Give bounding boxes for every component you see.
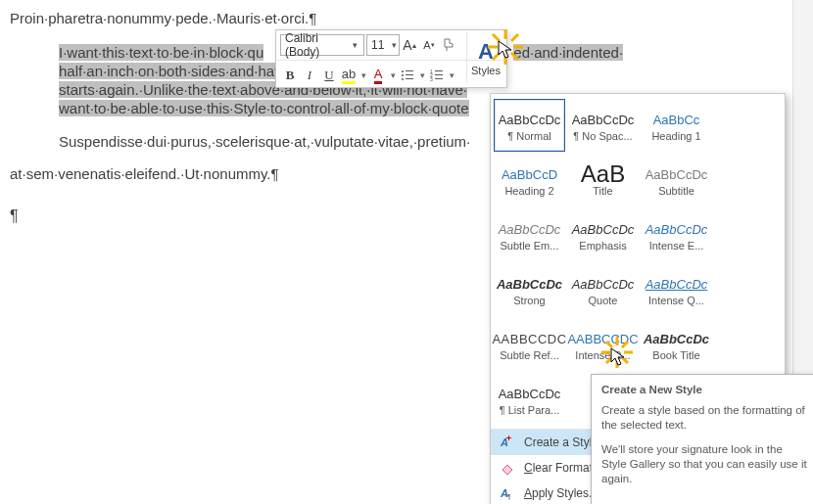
style-preview: AaBbCcDc: [499, 383, 561, 404]
style-preview: AABBCCDC: [567, 328, 638, 349]
format-painter-icon[interactable]: [439, 35, 458, 55]
style-preview: AaB: [581, 163, 625, 185]
font-color-button[interactable]: A: [368, 66, 388, 85]
style-preview: AaBbCc: [653, 109, 700, 130]
style-preview: AaBbCcD: [502, 163, 557, 185]
style-label: Intense E...: [649, 240, 704, 252]
style-label: Book Title: [652, 349, 699, 361]
svg-rect-22: [506, 437, 511, 438]
style-preview: AaBbCcDc: [499, 109, 561, 130]
highlight-button[interactable]: ab: [339, 66, 359, 85]
chevron-down-icon[interactable]: ▾: [447, 66, 456, 85]
svg-rect-3: [406, 74, 413, 75]
style-item[interactable]: AaBTitle: [567, 154, 639, 206]
italic-button[interactable]: I: [300, 66, 319, 85]
svg-point-2: [402, 74, 404, 76]
chevron-down-icon[interactable]: ▾: [348, 40, 363, 50]
underline-button[interactable]: U: [319, 66, 339, 85]
shrink-font-icon[interactable]: A▾: [419, 35, 439, 55]
tooltip-text: Create a style based on the formatting o…: [601, 403, 809, 433]
chevron-down-icon[interactable]: ▾: [417, 66, 427, 85]
style-label: Emphasis: [579, 240, 626, 252]
style-preview: AaBbCcDc: [646, 273, 708, 295]
style-item[interactable]: AaBbCcDcSubtitle: [641, 154, 712, 206]
style-item[interactable]: AaBbCcDcBook Title: [641, 318, 712, 371]
style-label: Subtitle: [658, 185, 694, 197]
style-preview: AaBbCcDc: [646, 163, 708, 185]
style-label: Subtle Ref...: [500, 349, 559, 361]
style-label: Subtle Em...: [501, 240, 559, 252]
tooltip-title: Create a New Style: [601, 383, 809, 397]
style-preview: AaBbCcDc: [646, 218, 708, 240]
styles-icon: A: [478, 39, 494, 65]
style-item[interactable]: AABBCCDCSubtle Ref...: [494, 318, 565, 371]
style-item[interactable]: AaBbCcHeading 1: [641, 99, 712, 152]
mini-toolbar: Calibri (Body)▾ 11▾ A▴ A▾ B I U ab ▾ A ▾…: [275, 29, 507, 88]
bullets-button[interactable]: [398, 66, 417, 85]
svg-rect-11: [435, 78, 443, 79]
grow-font-icon[interactable]: A▴: [400, 35, 419, 55]
style-item[interactable]: AaBbCcDHeading 2: [494, 154, 565, 206]
style-preview: AaBbCcDc: [572, 218, 635, 240]
style-preview: AaBbCcDc: [499, 218, 561, 240]
bold-button[interactable]: B: [280, 66, 300, 85]
style-label: Heading 1: [651, 130, 700, 142]
create-style-icon: A: [501, 435, 518, 449]
style-preview: AaBbCcDc: [644, 328, 709, 349]
font-size-combo[interactable]: 11▾: [366, 34, 400, 56]
page: Proin·pharetra·nonummy·pede.·Mauris·et·o…: [0, 0, 813, 504]
svg-point-4: [402, 78, 404, 80]
style-label: ¶ No Spac...: [573, 130, 632, 142]
style-item[interactable]: AaBbCcDcIntense E...: [641, 208, 712, 261]
svg-rect-9: [435, 74, 443, 75]
style-label: Intense Q...: [648, 295, 704, 306]
tooltip-text: We'll store your signature look in the S…: [601, 442, 809, 486]
apply-styles-icon: A¶: [501, 486, 518, 500]
svg-point-0: [402, 70, 404, 72]
style-label: Intense R...: [575, 349, 630, 361]
chevron-down-icon[interactable]: ▾: [359, 66, 368, 85]
font-name-combo[interactable]: Calibri (Body)▾: [280, 34, 364, 56]
style-preview: AaBbCcDc: [572, 109, 635, 130]
style-label: ¶ Normal: [507, 130, 550, 142]
style-item[interactable]: AaBbCcDcIntense Q...: [641, 263, 712, 316]
style-preview: AaBbCcDc: [497, 273, 562, 295]
styles-label: Styles: [471, 65, 501, 76]
style-label: Quote: [589, 295, 618, 306]
style-item[interactable]: AABBCCDCIntense R...: [567, 318, 639, 371]
style-label: Title: [593, 185, 612, 197]
svg-rect-7: [435, 70, 443, 71]
svg-rect-1: [406, 70, 413, 71]
svg-text:3: 3: [430, 76, 433, 81]
style-item[interactable]: AaBbCcDcEmphasis: [567, 208, 639, 261]
tooltip: Create a New Style Create a style based …: [591, 374, 813, 504]
numbering-button[interactable]: 123: [427, 66, 447, 85]
style-item[interactable]: AaBbCcDcSubtle Em...: [494, 208, 565, 261]
selected-text[interactable]: I·want·this·text·to·be·in·block·qu: [59, 44, 263, 61]
style-item[interactable]: AaBbCcDc¶ No Spac...: [567, 99, 639, 152]
style-preview: AaBbCcDc: [572, 273, 635, 295]
style-item[interactable]: AaBbCcDc¶ List Para...: [494, 373, 565, 426]
style-item[interactable]: AaBbCcDcStrong: [494, 263, 565, 316]
style-item[interactable]: AaBbCcDcQuote: [567, 263, 639, 316]
style-label: ¶ List Para...: [500, 404, 560, 416]
svg-rect-5: [406, 78, 413, 79]
style-preview: AABBCCDC: [492, 328, 566, 349]
eraser-icon: [501, 461, 518, 475]
svg-text:¶: ¶: [507, 493, 511, 500]
styles-button[interactable]: A Styles: [466, 32, 504, 83]
paragraph[interactable]: Proin·pharetra·nonummy·pede.·Mauris·et·o…: [0, 10, 813, 27]
style-label: Strong: [513, 295, 545, 306]
chevron-down-icon[interactable]: ▾: [388, 66, 398, 85]
style-item[interactable]: AaBbCcDc¶ Normal: [494, 99, 565, 152]
style-label: Heading 2: [504, 185, 553, 197]
